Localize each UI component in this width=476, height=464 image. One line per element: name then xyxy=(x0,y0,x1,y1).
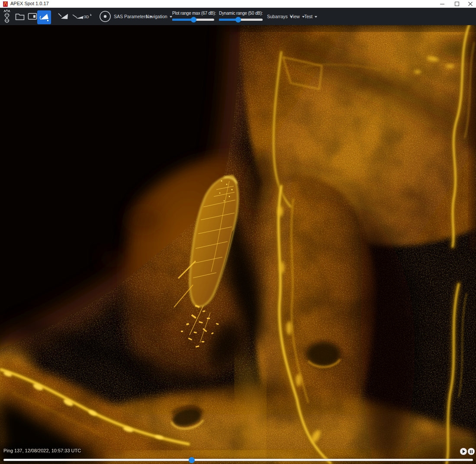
sonar-fan-tool-button[interactable] xyxy=(37,10,51,24)
pause-icon xyxy=(470,450,473,453)
plot-range-max-slider[interactable] xyxy=(172,19,214,21)
menu-sas-parameters-label: SAS Parameters xyxy=(114,14,148,19)
play-icon xyxy=(463,450,465,453)
minimize-icon xyxy=(440,2,444,6)
timeline-slider[interactable] xyxy=(3,459,473,461)
circle-dot-icon xyxy=(99,10,111,23)
minimize-button[interactable] xyxy=(436,0,449,7)
naval-crest-logo xyxy=(1,9,13,24)
chevron-down-icon xyxy=(170,16,172,18)
sonar-wedge-icon xyxy=(58,12,69,21)
plot-range-max-thumb[interactable] xyxy=(191,17,196,23)
ping-status: Ping 137, 12/08/2022, 10:57:33 UTC xyxy=(3,448,81,453)
toolbar: 3D SAS Parameters Navigation Plot range … xyxy=(0,8,476,25)
close-icon xyxy=(468,2,473,6)
timeline-thumb[interactable] xyxy=(189,457,195,463)
menu-test-label: Test xyxy=(304,14,312,19)
menu-subarrays-label: Subarrays xyxy=(267,14,288,19)
sonar-image[interactable] xyxy=(0,25,476,464)
display-view-button[interactable] xyxy=(26,10,39,23)
maximize-button[interactable] xyxy=(450,0,463,7)
naval-crest-icon xyxy=(2,9,12,24)
menu-view[interactable]: View xyxy=(290,8,305,25)
app-logo-icon xyxy=(3,1,8,7)
monitor-icon xyxy=(28,13,37,20)
window-title: APEX Spot 1.0.17 xyxy=(10,1,49,6)
plot-range-max-label: Plot range max (67 dB): xyxy=(172,11,216,16)
pause-button[interactable] xyxy=(468,448,475,455)
menu-navigation-label: Navigation xyxy=(146,14,167,19)
dynamic-range-thumb[interactable] xyxy=(235,17,241,23)
play-button[interactable] xyxy=(460,448,467,455)
dynamic-range-slider[interactable] xyxy=(219,19,263,21)
menu-view-label: View xyxy=(290,14,300,19)
close-button[interactable] xyxy=(465,0,476,7)
center-target-tool-button[interactable] xyxy=(99,10,112,23)
folder-icon xyxy=(15,13,25,20)
rotate-3d-tool-button[interactable]: 3D xyxy=(80,10,93,23)
rotate-3d-label: 3D xyxy=(84,15,89,19)
rotate-3d-icon: 3D xyxy=(80,12,93,21)
maximize-icon xyxy=(455,2,459,6)
dynamic-range-label: Dynamic range (50 dB): xyxy=(219,11,263,16)
menu-test[interactable]: Test xyxy=(304,8,317,25)
open-file-button[interactable] xyxy=(14,10,26,23)
app-window: APEX Spot 1.0.17 xyxy=(0,0,476,464)
menu-navigation[interactable]: Navigation xyxy=(146,8,172,25)
sonar-viewer[interactable]: Ping 137, 12/08/2022, 10:57:33 UTC xyxy=(0,25,476,464)
sonar-fan-icon xyxy=(39,12,50,23)
chevron-down-icon xyxy=(315,16,317,18)
sonar-wedge-tool-button[interactable] xyxy=(57,10,69,23)
menu-subarrays[interactable]: Subarrays xyxy=(267,8,293,25)
title-bar: APEX Spot 1.0.17 xyxy=(0,0,476,8)
